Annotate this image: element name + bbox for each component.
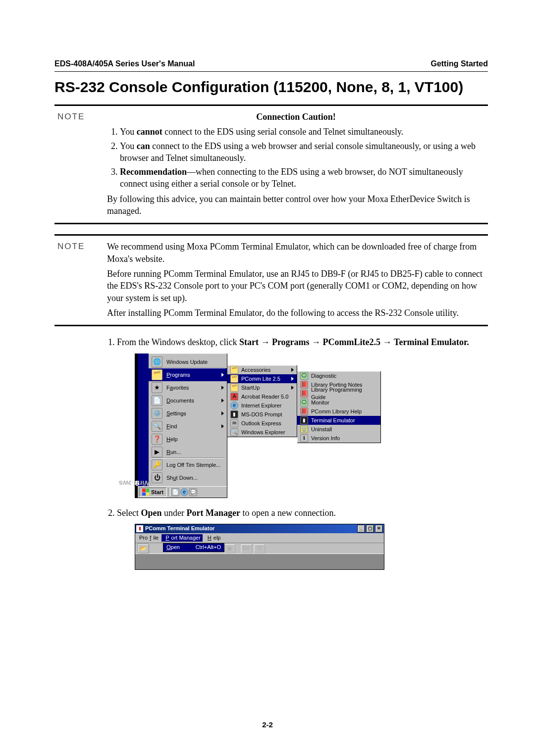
start-item-documents[interactable]: 📄 Documents <box>149 394 227 407</box>
start-item-find[interactable]: 🔍 Find <box>149 420 227 433</box>
pcomm-submenu[interactable]: 🖵 Diagnostic 📕 Library Porting Notes 📕 L… <box>297 371 381 443</box>
title-bar[interactable]: ▮ PComm Terminal Emulator _ ▢ ✕ <box>135 524 384 533</box>
toolbar-open-button[interactable]: 📂 <box>137 544 149 554</box>
terminal-icon: ▮ <box>300 416 308 424</box>
maximize-button[interactable]: ▢ <box>366 525 374 533</box>
outlook-icon: ✉ <box>230 419 238 427</box>
start-item-logoff[interactable]: 🔑 Log Off Tim Stemple... <box>149 458 227 471</box>
caution-item-2-bold: can <box>137 141 150 151</box>
caution-item-1-pre: You <box>120 127 137 137</box>
dropdown-open[interactable]: Open Ctrl+Alt+O <box>163 544 224 552</box>
close-button[interactable]: ✕ <box>375 525 383 533</box>
start-item-help[interactable]: ❓ Help <box>149 433 227 446</box>
tray-icon-3[interactable]: 💬 <box>189 488 197 496</box>
submenu-explorer[interactable]: 🔍 Windows Explorer <box>227 428 297 437</box>
programs-submenu[interactable]: 🗂️ Accessories 🗂️ PComm Lite 2.5 🗂️ <box>227 365 297 437</box>
start-item-shutdown[interactable]: ⏻ Shut Down... <box>149 471 227 484</box>
uninstall-icon: 🗑️ <box>300 425 308 433</box>
start-item-run[interactable]: ▶ Run... <box>149 446 227 458</box>
toolbar-button-brk[interactable]: BR <box>240 544 252 554</box>
pcomm-item-uninstall-label: Uninstall <box>311 426 332 433</box>
note2-p3: After installing PComm Terminal Emulator… <box>107 307 485 319</box>
caution-item-1-post: connect to the EDS using serial console … <box>162 127 404 137</box>
acrobat-icon: A <box>230 393 238 401</box>
pcomm-window: ▮ PComm Terminal Emulator _ ▢ ✕ Profile … <box>135 524 384 570</box>
start-button[interactable]: Start <box>139 487 167 497</box>
minimize-button[interactable]: _ <box>357 525 365 533</box>
note-block-caution: NOTE Connection Caution! You cannot conn… <box>54 104 488 224</box>
caution-follow: By following this advice, you can mainta… <box>107 193 485 217</box>
toolbar-button-3[interactable]: ▦ <box>223 544 235 554</box>
port-manager-dropdown[interactable]: Open Ctrl+Alt+O <box>163 543 224 552</box>
note-label-1: NOTE <box>57 111 107 217</box>
note2-p1: We recommend using Moxa PComm Terminal E… <box>107 241 485 265</box>
menu-profile[interactable]: Profile <box>137 534 160 542</box>
pcomm-item-monitor[interactable]: 🖵 Monitor <box>297 398 380 407</box>
start-item-settings[interactable]: ⚙️ Settings <box>149 407 227 420</box>
start-item-windows-update-label: Windows Update <box>166 358 208 366</box>
pcomm-item-library-help[interactable]: 📕 PComm Library Help <box>297 407 380 416</box>
info-icon: ℹ <box>300 434 308 442</box>
menu-bar[interactable]: Profile Port Manager Help <box>135 533 384 543</box>
programs-icon: 🗂️ <box>152 369 162 380</box>
start-item-shutdown-label: Shut Down... <box>166 474 198 482</box>
pcomm-item-terminal-emulator[interactable]: ▮ Terminal Emulator <box>297 416 380 425</box>
book-icon: 📕 <box>300 381 308 389</box>
shutdown-icon: ⏻ <box>152 472 162 483</box>
step-1-b1: Start <box>239 337 259 347</box>
run-icon: ▶ <box>152 447 162 457</box>
start-button-label: Start <box>151 489 163 496</box>
diagnostic-icon: 🖵 <box>300 372 308 380</box>
start-item-run-label: Run... <box>166 449 181 456</box>
start-item-programs[interactable]: 🗂️ Programs <box>149 368 227 381</box>
menu-port-manager[interactable]: Port Manager <box>161 534 203 542</box>
chevron-right-icon <box>291 377 294 381</box>
step-1-arrow-3: → <box>380 337 394 347</box>
tray-icon-ie[interactable]: e <box>180 488 188 496</box>
submenu-accessories[interactable]: 🗂️ Accessories <box>227 365 297 374</box>
pcomm-item-version-info-label: Version Info <box>311 435 340 442</box>
caution-item-3-bold: Recommendation <box>120 167 187 177</box>
start-item-logoff-label: Log Off Tim Stemple... <box>166 461 220 469</box>
client-area <box>135 554 384 569</box>
start-menu[interactable]: Windows98 🌐 Windows Update 🗂️ <box>138 353 227 498</box>
pcomm-item-monitor-label: Monitor <box>311 399 329 406</box>
submenu-pcomm-lite[interactable]: 🗂️ PComm Lite 2.5 <box>227 374 297 383</box>
submenu-acrobat[interactable]: A Acrobat Reader 5.0 <box>227 392 297 401</box>
start-item-windows-update[interactable]: 🌐 Windows Update <box>149 355 227 368</box>
chevron-right-icon <box>291 386 294 390</box>
header-right: Getting Started <box>430 59 488 68</box>
chevron-right-icon <box>221 411 224 415</box>
submenu-msdos[interactable]: ▮ MS-DOS Prompt <box>227 410 297 419</box>
toolbar-button-5[interactable]: 78 <box>253 544 265 554</box>
pcomm-item-programming-guide[interactable]: 📕 Library Programming Guide <box>297 389 380 398</box>
chevron-right-icon <box>291 368 294 372</box>
folder-icon: 🗂️ <box>230 375 238 383</box>
submenu-ie[interactable]: e Internet Explorer <box>227 401 297 410</box>
submenu-outlook[interactable]: ✉ Outlook Express <box>227 419 297 428</box>
pcomm-item-version-info[interactable]: ℹ Version Info <box>297 434 380 443</box>
step-1-b4: Terminal Emulator. <box>394 337 469 347</box>
start-item-find-label: Find <box>166 423 177 430</box>
start-item-favorites[interactable]: ★ Favorites <box>149 381 227 394</box>
tray-icon-1[interactable]: 📄 <box>171 488 179 496</box>
folder-icon: 🗂️ <box>230 384 238 392</box>
menu-help[interactable]: Help <box>204 534 223 542</box>
pcomm-item-terminal-emulator-label: Terminal Emulator <box>311 417 355 424</box>
pcomm-item-library-help-label: PComm Library Help <box>311 408 362 415</box>
pcomm-item-uninstall[interactable]: 🗑️ Uninstall <box>297 425 380 434</box>
book-icon: 📕 <box>300 407 308 415</box>
step-2-pre: Select <box>117 508 141 518</box>
step-1: From the Windows desktop, click Start → … <box>117 336 488 498</box>
caution-item-2-post: connect to the EDS using a web browser a… <box>120 141 476 163</box>
favorites-icon: ★ <box>152 382 162 393</box>
submenu-startup[interactable]: 🗂️ StartUp <box>227 383 297 392</box>
sideband-98: 98 <box>131 478 139 489</box>
step-2-post: to open a new connection. <box>240 508 336 518</box>
note-label-2: NOTE <box>57 241 107 319</box>
step-1-arrow-1: → <box>259 337 272 347</box>
connection-caution-title: Connection Caution! <box>107 111 485 123</box>
pcomm-item-diagnostic[interactable]: 🖵 Diagnostic <box>297 371 380 380</box>
step-1-b2: Programs <box>272 337 310 347</box>
start-item-settings-label: Settings <box>166 410 186 417</box>
